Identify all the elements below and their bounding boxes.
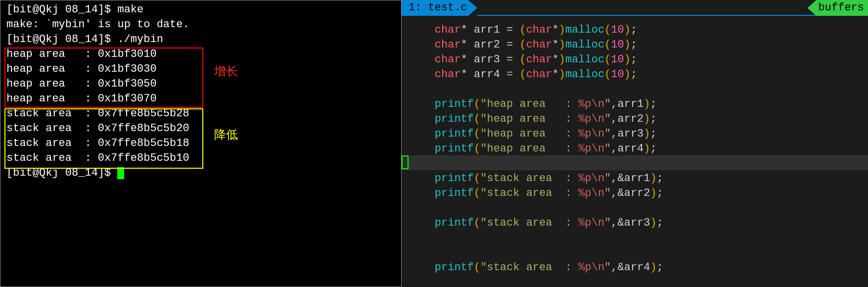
code-line: printf("heap area : %p\n",arr4); [409,142,868,156]
code-line: char* arr3 = (char*)malloc(10); [409,52,868,67]
code-line: char* arr1 = (char*)malloc(10); [409,23,868,38]
code-line: printf("heap area : %p\n",arr1); [409,97,868,112]
editor-content[interactable]: char* arr1 = (char*)malloc(10); char* ar… [402,16,868,201]
code-line: printf("stack area : %p\n",&arr3); [409,216,868,231]
code-line: printf("stack area : %p\n",&arr2); print… [409,186,868,201]
editor-pane[interactable]: 1: test.c buffers char* arr1 = (char*)ma… [402,0,868,287]
terminal-line-prompt2: [bit@Qkj 08_14]$ ./mybin [0,32,401,47]
code-line: char* arr4 = (char*)malloc(10); [409,67,868,82]
terminal-stack-line: stack area : 0x7ffe8b5c5b20 [0,121,401,136]
code-line: printf("stack area : %p\n",&arr4); [409,260,868,275]
terminal-stack-line: stack area : 0x7ffe8b5c5b18 [0,136,401,151]
terminal-line-prompt1: [bit@Qkj 08_14]$ make [0,2,401,17]
editor-cursor [402,155,409,169]
code-line: printf("stack area : %p\n",&arr1); [409,171,868,186]
terminal-heap-line: heap area : 0x1bf3010 [0,47,401,62]
code-blank-line [409,156,868,171]
annotation-grow: 增长 [214,65,238,80]
terminal-cursor [117,167,124,179]
terminal-stack-line: stack area : 0x7ffe8b5c5b28 [0,106,401,121]
terminal-pane[interactable]: [bit@Qkj 08_14]$ make make: `mybin' is u… [0,0,402,287]
editor-tab-bar: 1: test.c buffers [402,0,868,16]
code-line: char* arr2 = (char*)malloc(10); [409,38,868,52]
code-line: printf("heap area : %p\n",arr2); [409,112,868,127]
buffers-indicator[interactable]: buffers [808,0,868,16]
terminal-line-output1: make: `mybin' is up to date. [0,17,401,32]
terminal-heap-line: heap area : 0x1bf3070 [0,92,401,106]
terminal-heap-line: heap area : 0x1bf3030 [0,62,401,77]
terminal-line-prompt3: [bit@Qkj 08_14]$ [0,166,401,181]
code-line: printf("heap area : %p\n",arr3); [409,127,868,142]
terminal-stack-line: stack area : 0x7ffe8b5c5b10 [0,151,401,166]
tab-test-c[interactable]: 1: test.c [402,0,477,16]
terminal-heap-line: heap area : 0x1bf3050 [0,77,401,92]
code-blank-line [409,82,868,97]
annotation-decrease: 降低 [214,128,238,143]
